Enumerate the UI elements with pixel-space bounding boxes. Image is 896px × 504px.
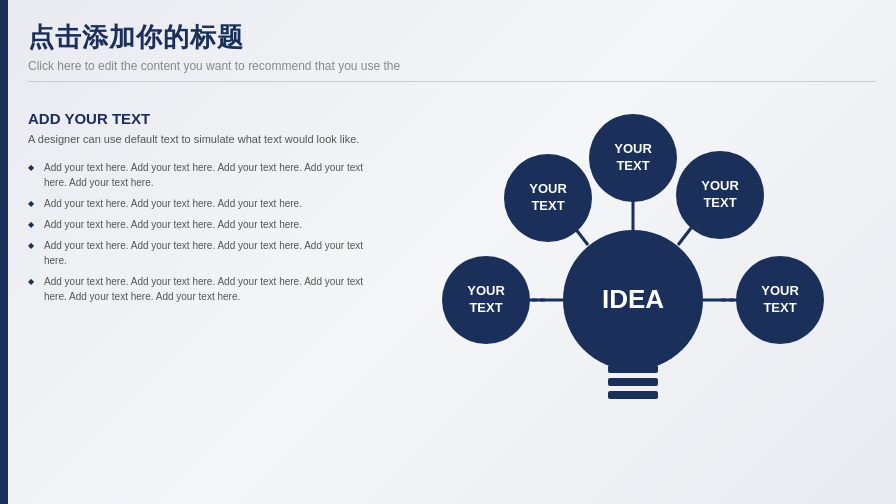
page-title: 点击添加你的标题 (28, 20, 876, 55)
svg-point-13 (589, 114, 677, 202)
bullet-list: Add your text here. Add your text here. … (28, 160, 368, 304)
svg-text:TEXT: TEXT (531, 198, 564, 213)
page-subtitle: Click here to edit the content you want … (28, 59, 876, 73)
svg-text:IDEA: IDEA (602, 284, 664, 314)
list-item: Add your text here. Add your text here. … (28, 217, 368, 232)
header: 点击添加你的标题 Click here to edit the content … (28, 20, 876, 82)
accent-bar (0, 0, 8, 504)
svg-point-0 (563, 230, 703, 370)
svg-rect-2 (608, 378, 658, 386)
svg-line-10 (561, 210, 588, 245)
svg-text:YOUR: YOUR (529, 181, 567, 196)
list-item: Add your text here. Add your text here. … (28, 274, 368, 304)
diagram: IDEA YOUR TEXT YOUR TEXT YOUR (390, 90, 876, 490)
svg-text:TEXT: TEXT (616, 158, 649, 173)
svg-text:YOUR: YOUR (701, 178, 739, 193)
list-item: Add your text here. Add your text here. … (28, 196, 368, 211)
svg-rect-4 (613, 368, 653, 373)
list-item: Add your text here. Add your text here. … (28, 160, 368, 190)
svg-rect-1 (608, 365, 658, 373)
svg-text:TEXT: TEXT (763, 300, 796, 315)
svg-point-16 (676, 151, 764, 239)
list-item: Add your text here. Add your text here. … (28, 238, 368, 268)
svg-text:TEXT: TEXT (703, 195, 736, 210)
svg-text:YOUR: YOUR (467, 283, 505, 298)
svg-text:TEXT: TEXT (469, 300, 502, 315)
svg-point-25 (504, 154, 592, 242)
svg-line-7 (678, 210, 705, 245)
svg-point-19 (736, 256, 824, 344)
section-title: ADD YOUR TEXT (28, 110, 368, 127)
svg-rect-3 (608, 391, 658, 399)
svg-point-22 (442, 256, 530, 344)
svg-text:YOUR: YOUR (761, 283, 799, 298)
svg-text:YOUR: YOUR (614, 141, 652, 156)
header-divider (28, 81, 876, 82)
section-description: A designer can use default text to simul… (28, 131, 368, 148)
left-panel: ADD YOUR TEXT A designer can use default… (28, 110, 368, 310)
